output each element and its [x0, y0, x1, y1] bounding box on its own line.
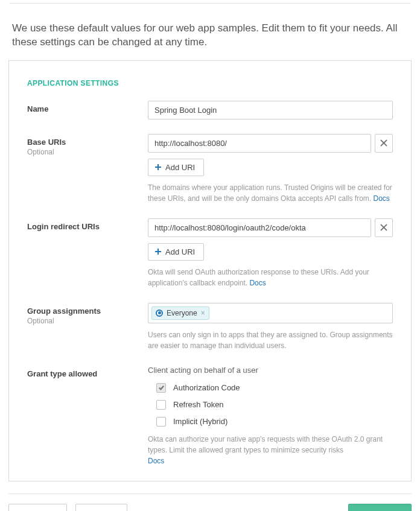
login-redirect-docs-link[interactable]: Docs — [249, 279, 266, 287]
name-input[interactable] — [148, 101, 393, 119]
radio-dot-icon — [156, 309, 163, 317]
base-uris-row: Base URIs Optional Add URI The domains w… — [27, 134, 393, 204]
login-redirect-input[interactable] — [148, 218, 371, 237]
footer: Previous Cancel Done — [0, 494, 420, 511]
group-chip-label: Everyone — [167, 309, 197, 317]
grant-docs-link[interactable]: Docs — [148, 457, 164, 465]
grant-help: Okta can authorize your native app's req… — [148, 434, 393, 466]
refresh-token-checkbox-row[interactable]: Refresh Token — [156, 400, 393, 410]
implicit-checkbox-row[interactable]: Implicit (Hybrid) — [156, 417, 393, 427]
group-assignments-row: Group assignments Optional Everyone × Us… — [27, 303, 393, 351]
section-title: APPLICATION SETTINGS — [27, 79, 393, 87]
cancel-button[interactable]: Cancel — [75, 504, 127, 511]
plus-icon — [154, 163, 162, 171]
base-uris-help: The domains where your application runs.… — [148, 182, 393, 204]
group-assignments-input[interactable]: Everyone × — [148, 303, 393, 323]
group-chip-everyone: Everyone × — [151, 306, 209, 320]
group-assignments-label: Group assignments — [27, 306, 148, 316]
base-uri-input[interactable] — [148, 134, 371, 153]
name-row: Name — [27, 101, 393, 119]
close-icon — [380, 139, 387, 147]
grant-type-label: Grant type allowed — [27, 369, 148, 378]
page-intro: We use these default values for our web … — [0, 4, 420, 60]
add-login-redirect-label: Add URI — [165, 247, 195, 256]
remove-group-chip-button[interactable]: × — [201, 309, 205, 317]
implicit-label: Implicit (Hybrid) — [173, 417, 228, 426]
remove-base-uri-button[interactable] — [375, 134, 393, 153]
grant-subhead: Client acting on behalf of a user — [148, 366, 393, 375]
settings-panel: APPLICATION SETTINGS Name Base URIs Opti… — [8, 60, 412, 481]
add-login-redirect-button[interactable]: Add URI — [148, 243, 204, 261]
add-base-uri-label: Add URI — [165, 163, 195, 172]
remove-login-redirect-button[interactable] — [375, 218, 393, 237]
base-uris-label: Base URIs — [27, 138, 148, 147]
authorization-code-label: Authorization Code — [173, 383, 240, 392]
authorization-code-checkbox-row[interactable]: Authorization Code — [156, 383, 393, 393]
login-redirect-row: Login redirect URIs Add URI Okta will se… — [27, 218, 393, 288]
add-base-uri-button[interactable]: Add URI — [148, 159, 204, 176]
grant-type-row: Grant type allowed Client acting on beha… — [27, 366, 393, 466]
plus-icon — [154, 248, 162, 255]
close-icon — [380, 224, 387, 231]
name-label: Name — [27, 104, 148, 113]
done-button[interactable]: Done — [348, 504, 412, 511]
previous-button[interactable]: Previous — [8, 504, 67, 511]
group-assignments-optional: Optional — [27, 317, 54, 325]
base-uris-optional: Optional — [27, 148, 54, 156]
login-redirect-help: Okta will send OAuth authorization respo… — [148, 267, 393, 288]
login-redirect-label: Login redirect URIs — [27, 222, 148, 231]
checkbox-unchecked-icon — [156, 417, 166, 427]
group-assignments-help: Users can only sign in to apps that they… — [148, 329, 393, 351]
base-uris-docs-link[interactable]: Docs — [374, 194, 390, 203]
checkbox-unchecked-icon — [156, 400, 166, 410]
refresh-token-label: Refresh Token — [173, 400, 224, 409]
checkbox-checked-icon — [156, 383, 166, 393]
